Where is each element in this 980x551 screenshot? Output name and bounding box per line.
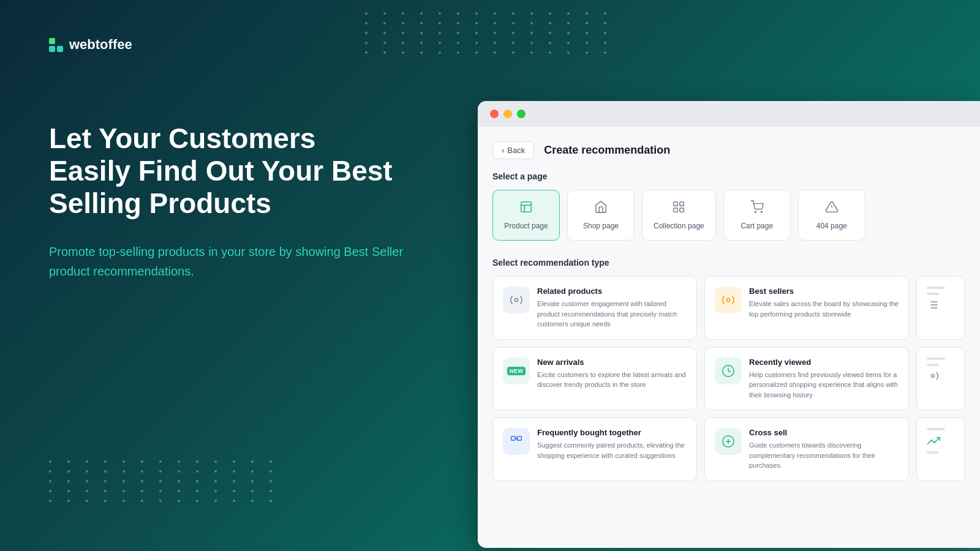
rec-card-recently[interactable]: Recently viewed Help customers find prev… (704, 347, 909, 411)
partial-line-2 (927, 293, 939, 295)
back-label: Back (507, 146, 525, 155)
rec-card-newarrivals[interactable]: NEW New arrivals Excite customers to exp… (492, 347, 697, 411)
rec-card-crosssell[interactable]: Cross sell Guide customers towards disco… (704, 418, 909, 481)
page-title: Create recommendation (544, 144, 670, 157)
svg-rect-0 (521, 202, 532, 212)
partial-line-1 (927, 287, 945, 289)
bestsellers-body: Best sellers Elevate sales across the bo… (749, 287, 899, 329)
svg-rect-19 (511, 437, 515, 440)
page-card-404-label: 404 page (816, 222, 847, 230)
crosssell-desc: Guide customers towards discovering comp… (749, 440, 899, 471)
cart-page-icon (750, 200, 764, 217)
collection-page-icon (672, 200, 685, 217)
related-title: Related products (537, 287, 687, 296)
page-card-collection-label: Collection page (654, 222, 704, 230)
svg-rect-4 (680, 208, 684, 212)
page-card-shop[interactable]: Shop page (567, 190, 635, 241)
crosssell-icon (722, 435, 735, 448)
sub-heading: Promote top-selling products in your sto… (49, 242, 404, 281)
rec-card-partial-1[interactable] (916, 276, 965, 340)
related-desc: Elevate customer engagement with tailore… (537, 299, 687, 329)
browser-chrome (478, 101, 980, 127)
partial-line-3 (927, 358, 945, 360)
shop-page-icon (594, 200, 608, 217)
traffic-light-green[interactable] (517, 110, 526, 118)
logo-square-3 (49, 46, 55, 52)
page-card-shop-label: Shop page (583, 222, 619, 230)
404-page-icon (825, 200, 839, 217)
rec-grid: Related products Elevate customer engage… (492, 276, 965, 481)
page-header: ‹ Back Create recommendation (492, 141, 965, 159)
recently-desc: Help customers find previously viewed it… (749, 370, 899, 400)
related-body: Related products Elevate customer engage… (537, 287, 687, 329)
svg-rect-1 (674, 202, 677, 206)
newarrivals-icon-wrap: NEW (503, 358, 530, 384)
recently-body: Recently viewed Help customers find prev… (749, 358, 899, 400)
bestsellers-icon (722, 293, 735, 307)
page-selector: Product page Shop page (492, 190, 965, 241)
back-arrow-icon: ‹ (502, 146, 504, 155)
page-card-product-label: Product page (504, 222, 548, 230)
page-card-cart-label: Cart page (741, 222, 773, 230)
recently-icon-wrap (715, 358, 742, 384)
frequently-icon (510, 435, 523, 448)
partial-line-6 (927, 451, 939, 454)
rec-card-partial-2[interactable] (916, 347, 965, 411)
browser-panel: ‹ Back Create recommendation Select a pa… (478, 101, 980, 548)
newarrivals-icon: NEW (507, 367, 526, 375)
logo-square-4 (57, 46, 63, 52)
partial-icon-2 (927, 370, 939, 382)
crosssell-body: Cross sell Guide customers towards disco… (749, 428, 899, 471)
select-rec-label: Select recommendation type (492, 258, 965, 268)
select-page-label: Select a page (492, 171, 965, 181)
partial-icon-3 (927, 434, 940, 448)
svg-rect-2 (680, 202, 684, 206)
partial-icon-1 (927, 299, 939, 311)
rec-card-frequently[interactable]: Frequently bought together Suggest commo… (492, 418, 697, 481)
traffic-light-red[interactable] (490, 110, 499, 118)
page-card-404[interactable]: 404 page (798, 190, 865, 241)
svg-rect-3 (674, 208, 677, 212)
logo: webtoffee (49, 37, 132, 53)
newarrivals-title: New arrivals (537, 358, 687, 367)
newarrivals-desc: Excite customers to explore the latest a… (537, 370, 687, 390)
page-card-product[interactable]: Product page (492, 190, 560, 241)
svg-rect-20 (518, 437, 521, 440)
rec-card-bestsellers[interactable]: Best sellers Elevate sales across the bo… (704, 276, 909, 340)
dot-grid-top: (function() { const grid = document.quer… (353, 0, 627, 66)
frequently-desc: Suggest commonly paired products, elevat… (537, 440, 687, 460)
crosssell-icon-wrap (715, 428, 742, 455)
main-heading: Let Your Customers Easily Find Out Your … (49, 122, 404, 220)
rec-card-partial-3[interactable] (916, 418, 965, 481)
svg-point-6 (761, 211, 762, 212)
svg-point-10 (726, 298, 730, 302)
partial-line-4 (927, 364, 939, 366)
related-icon-wrap (503, 287, 530, 313)
rec-card-related[interactable]: Related products Elevate customer engage… (492, 276, 697, 340)
left-content: Let Your Customers Easily Find Out Your … (49, 122, 404, 281)
recently-icon (722, 364, 735, 378)
recently-title: Recently viewed (749, 358, 899, 367)
partial-content-2 (927, 358, 955, 382)
bestsellers-icon-wrap (715, 287, 742, 313)
product-page-icon (519, 200, 533, 217)
svg-point-18 (932, 374, 935, 377)
partial-content-3 (927, 428, 955, 454)
svg-point-9 (514, 298, 518, 302)
frequently-icon-wrap (503, 428, 530, 455)
related-icon (510, 293, 523, 307)
frequently-title: Frequently bought together (537, 428, 687, 437)
page-card-collection[interactable]: Collection page (642, 190, 716, 241)
logo-square-2 (57, 38, 63, 44)
back-button[interactable]: ‹ Back (492, 141, 534, 159)
logo-square-1 (49, 38, 55, 44)
brand-name: webtoffee (69, 37, 132, 53)
traffic-light-yellow[interactable] (503, 110, 512, 118)
bestsellers-title: Best sellers (749, 287, 899, 296)
dot-grid-bottom: (function() { const grid = document.quer… (37, 448, 293, 514)
newarrivals-body: New arrivals Excite customers to explore… (537, 358, 687, 400)
browser-content: ‹ Back Create recommendation Select a pa… (478, 127, 980, 547)
svg-point-5 (755, 211, 756, 212)
page-card-cart[interactable]: Cart page (723, 190, 791, 241)
partial-content-1 (927, 287, 955, 311)
